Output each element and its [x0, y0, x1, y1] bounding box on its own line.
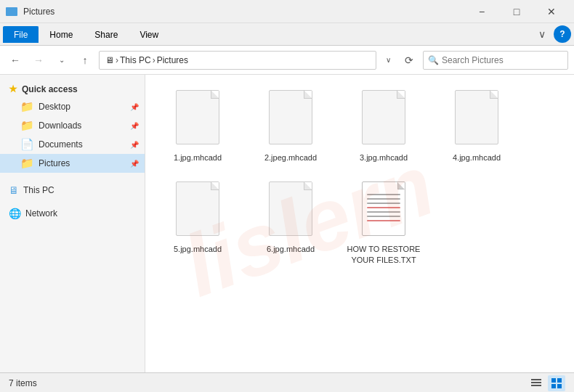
maximize-button[interactable]: □ — [500, 0, 533, 23]
search-icon: 🔍 — [428, 55, 439, 65]
status-bar-right — [527, 375, 565, 391]
sidebar-item-network[interactable]: 🌐 Network — [0, 205, 145, 222]
desktop-label: Desktop — [39, 102, 70, 112]
folder-pictures-icon: 📁 — [20, 157, 34, 170]
pin-icon-downloads: 📌 — [130, 122, 139, 130]
file-item-5[interactable]: 5.jpg.mhcadd — [154, 175, 241, 271]
svg-rect-6 — [557, 384, 562, 388]
status-bar: 7 items — [0, 372, 574, 392]
sidebar-item-desktop[interactable]: 📁 Desktop 📌 — [0, 97, 145, 116]
ribbon-expand: ∨ ? — [533, 25, 571, 43]
pictures-label: Pictures — [39, 158, 70, 168]
file-grid: 1.jpg.mhcadd 2.jpeg.mhcadd 3.jpg.mhcadd — [154, 83, 565, 271]
file-icon-6 — [265, 181, 316, 240]
refresh-button[interactable]: ⟳ — [400, 51, 419, 70]
sidebar-item-downloads[interactable]: 📁 Downloads 📌 — [0, 116, 145, 135]
svg-rect-1 — [531, 382, 541, 383]
search-input[interactable] — [442, 55, 563, 65]
grid-view-icon — [551, 378, 562, 388]
tab-home[interactable]: Home — [39, 26, 84, 43]
search-box[interactable]: 🔍 — [423, 51, 568, 70]
address-path[interactable]: 🖥 › This PC › Pictures — [99, 51, 376, 70]
file-name-1: 1.jpg.mhcadd — [174, 152, 222, 163]
tab-file[interactable]: File — [3, 26, 39, 43]
pin-icon-desktop: 📌 — [130, 103, 139, 111]
file-name-5: 5.jpg.mhcadd — [174, 244, 222, 254]
svg-rect-2 — [531, 385, 541, 386]
items-count: 7 items — [9, 378, 37, 388]
file-name-6: 6.jpg.mhcadd — [267, 244, 315, 254]
back-button[interactable]: ← — [6, 51, 25, 70]
path-thispc: This PC — [120, 55, 151, 65]
tab-view[interactable]: View — [129, 26, 169, 43]
file-item-7[interactable]: HOW TO RESTORE YOUR FILES.TXT — [340, 175, 427, 271]
file-icon-1 — [172, 90, 223, 148]
folder-blue-icon: 📁 — [20, 100, 34, 113]
ribbon-expand-button[interactable]: ∨ — [533, 25, 551, 43]
title-bar: Pictures − □ ✕ — [0, 0, 574, 23]
folder-downloads-icon: 📁 — [20, 119, 34, 132]
file-name-3: 3.jpg.mhcadd — [360, 152, 408, 163]
sidebar-item-this-pc[interactable]: 🖥 This PC — [0, 181, 145, 199]
svg-rect-0 — [531, 379, 541, 380]
up-button[interactable]: ↑ — [76, 51, 94, 70]
quick-access-label: Quick access — [22, 84, 78, 94]
svg-rect-5 — [551, 384, 556, 388]
grid-view-button[interactable] — [548, 375, 565, 391]
help-button[interactable]: ? — [554, 25, 571, 43]
list-view-icon — [531, 378, 541, 388]
forward-button[interactable]: → — [29, 51, 48, 70]
star-icon: ★ — [9, 83, 17, 94]
minimize-button[interactable]: − — [465, 0, 498, 23]
this-pc-label: This PC — [23, 185, 54, 195]
title-bar-icon — [6, 7, 17, 16]
network-label: Network — [25, 208, 57, 219]
file-name-2: 2.jpeg.mhcadd — [264, 152, 317, 163]
downloads-label: Downloads — [39, 121, 81, 131]
list-view-button[interactable] — [527, 375, 545, 391]
tab-share[interactable]: Share — [84, 26, 129, 43]
file-icon-7 — [358, 181, 409, 240]
up-list-button[interactable]: ⌄ — [52, 51, 71, 70]
file-item-1[interactable]: 1.jpg.mhcadd — [154, 83, 241, 169]
svg-rect-4 — [557, 378, 562, 383]
ribbon: File Home Share View ∨ ? — [0, 23, 574, 46]
sidebar-item-pictures[interactable]: 📁 Pictures 📌 — [0, 154, 145, 173]
file-item-2[interactable]: 2.jpeg.mhcadd — [247, 83, 334, 169]
pin-icon-pictures: 📌 — [130, 160, 139, 168]
file-item-3[interactable]: 3.jpg.mhcadd — [340, 83, 427, 169]
folder-documents-icon: 📄 — [20, 138, 34, 151]
documents-label: Documents — [39, 139, 83, 150]
path-dropdown-button[interactable]: ∨ — [381, 51, 395, 70]
sidebar-quick-access[interactable]: ★ Quick access — [0, 81, 145, 97]
svg-rect-3 — [551, 378, 556, 383]
title-bar-controls: − □ ✕ — [465, 0, 568, 23]
title-bar-title: Pictures — [23, 7, 465, 17]
ribbon-tabs: File Home Share View ∨ ? — [0, 23, 574, 45]
file-item-4[interactable]: 4.jpg.mhcadd — [433, 83, 520, 169]
file-icon-3 — [358, 90, 409, 148]
folder-icon-tb — [6, 7, 17, 16]
monitor-icon: 🖥 — [9, 184, 19, 196]
path-pictures: Pictures — [157, 55, 188, 65]
globe-icon: 🌐 — [9, 208, 21, 219]
file-icon-2 — [265, 90, 316, 148]
file-item-6[interactable]: 6.jpg.mhcadd — [247, 175, 334, 271]
sidebar: ★ Quick access 📁 Desktop 📌 📁 Downloads 📌… — [0, 75, 145, 372]
file-icon-5 — [172, 181, 223, 240]
file-name-4: 4.jpg.mhcadd — [453, 152, 501, 163]
file-icon-4 — [451, 90, 502, 148]
path-computer-icon: 🖥 — [105, 55, 114, 65]
address-bar: ← → ⌄ ↑ 🖥 › This PC › Pictures ∨ ⟳ 🔍 — [0, 46, 574, 75]
file-name-7: HOW TO RESTORE YOUR FILES.TXT — [345, 244, 422, 265]
content-area: 1.jpg.mhcadd 2.jpeg.mhcadd 3.jpg.mhcadd — [145, 75, 574, 372]
close-button[interactable]: ✕ — [535, 0, 568, 23]
main-layout: ★ Quick access 📁 Desktop 📌 📁 Downloads 📌… — [0, 75, 574, 372]
pin-icon-documents: 📌 — [130, 141, 139, 149]
sidebar-item-documents[interactable]: 📄 Documents 📌 — [0, 135, 145, 154]
